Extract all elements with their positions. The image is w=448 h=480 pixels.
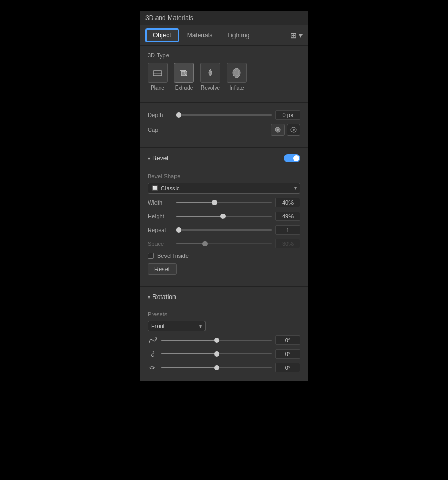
bevel-shape-value: Classic <box>161 185 179 191</box>
height-label: Height <box>148 213 173 219</box>
type-section-label: 3D Type <box>148 52 300 59</box>
bevel-inside-label: Bevel Inside <box>157 253 189 259</box>
svg-point-6 <box>233 68 240 78</box>
repeat-thumb[interactable] <box>176 227 181 233</box>
grid-icon[interactable]: ⊞ <box>290 31 297 40</box>
bevel-inside-row: Bevel Inside <box>148 253 300 259</box>
repeat-slider[interactable] <box>176 226 272 234</box>
tab-icons: ⊞ ▾ <box>290 31 303 40</box>
height-slider[interactable] <box>176 213 272 220</box>
chevron-down-icon[interactable]: ▾ <box>299 31 303 40</box>
tabs: Object Materials Lighting ⊞ ▾ <box>140 25 308 46</box>
repeat-label: Repeat <box>148 227 173 233</box>
rotation-y-thumb[interactable] <box>214 351 219 357</box>
tab-lighting[interactable]: Lighting <box>221 30 256 41</box>
type-inflate[interactable]: Inflate <box>227 63 247 91</box>
rotation-header[interactable]: ▾ Rotation <box>140 290 308 304</box>
depth-thumb[interactable] <box>176 112 181 118</box>
cap-btn-1[interactable] <box>271 124 285 136</box>
rotation-z-row <box>148 363 300 372</box>
svg-point-11 <box>293 129 295 131</box>
space-slider <box>176 240 272 247</box>
bevel-inside-checkbox[interactable] <box>148 253 154 259</box>
rotation-z-track <box>161 367 272 368</box>
rotation-y-slider[interactable] <box>161 350 272 358</box>
bevel-section: ▾ Bevel Bevel Shape 🔲 Classic ▾ Width <box>140 151 308 283</box>
depth-value[interactable] <box>275 110 300 120</box>
presets-row: Front ▾ <box>148 321 300 331</box>
panel: 3D and Materials Object Materials Lighti… <box>140 11 308 381</box>
rotation-y-icon <box>148 350 158 358</box>
bevel-section-label: Bevel <box>152 155 284 162</box>
depth-row: Depth <box>148 110 300 120</box>
depth-slider[interactable] <box>176 111 272 119</box>
type-section: 3D Type Plane <box>140 46 308 99</box>
rotation-chevron: ▾ <box>148 294 150 300</box>
rotation-x-value[interactable] <box>275 335 300 345</box>
bevel-shape-dropdown[interactable]: 🔲 Classic ▾ <box>148 183 300 194</box>
height-fill <box>176 216 223 217</box>
revolve-label: Revolve <box>201 85 220 91</box>
type-revolve[interactable]: Revolve <box>200 63 220 91</box>
rotation-z-thumb[interactable] <box>214 365 219 370</box>
type-extrude[interactable]: Extrude <box>174 63 194 91</box>
height-value[interactable] <box>275 212 300 221</box>
width-thumb[interactable] <box>212 200 217 205</box>
extrude-icon-shape <box>174 63 194 83</box>
rotation-x-slider[interactable] <box>161 337 272 344</box>
bevel-body: Bevel Shape 🔲 Classic ▾ Width <box>140 168 308 283</box>
cap-label: Cap <box>148 127 271 133</box>
width-track <box>176 202 272 203</box>
height-thumb[interactable] <box>220 214 226 219</box>
tab-object[interactable]: Object <box>145 28 179 42</box>
depth-label: Depth <box>148 112 173 118</box>
repeat-value[interactable] <box>275 225 300 235</box>
inflate-icon-shape <box>227 63 247 83</box>
space-track <box>176 243 272 244</box>
plane-icon-shape <box>148 63 168 83</box>
rotation-z-value[interactable] <box>275 363 300 372</box>
width-fill <box>176 202 215 203</box>
presets-dropdown[interactable]: Front ▾ <box>148 321 206 331</box>
bevel-shape-label: Bevel Shape <box>148 173 300 179</box>
type-icons: Plane Extrude <box>148 63 300 91</box>
cap-buttons <box>271 124 300 136</box>
bevel-chevron: ▾ <box>148 156 150 161</box>
cap-btn-2[interactable] <box>287 124 300 136</box>
rotation-z-icon <box>148 364 158 371</box>
space-label: Space <box>148 241 173 247</box>
rotation-z-fill <box>161 367 217 368</box>
rotation-section: ▾ Rotation Presets Front ▾ <box>140 290 308 381</box>
extrude-label: Extrude <box>175 85 193 91</box>
rotation-y-value[interactable] <box>275 349 300 359</box>
rotation-x-fill <box>161 340 217 341</box>
reset-button[interactable]: Reset <box>148 263 177 275</box>
bevel-toggle-knob <box>293 155 299 161</box>
rotation-z-slider[interactable] <box>161 364 272 371</box>
svg-point-9 <box>277 129 279 131</box>
depth-section: Depth Cap <box>140 106 308 144</box>
rotation-y-fill <box>161 353 217 354</box>
rotation-y-row <box>148 349 300 359</box>
rotation-x-track <box>161 340 272 341</box>
width-label: Width <box>148 199 173 206</box>
type-plane[interactable]: Plane <box>148 63 168 91</box>
space-thumb <box>202 241 208 246</box>
rotation-y-track <box>161 353 272 354</box>
bevel-toggle[interactable] <box>284 154 300 162</box>
rotation-section-label: Rotation <box>152 293 300 301</box>
height-row: Height <box>148 212 300 221</box>
bevel-shape-icon: 🔲 <box>151 185 159 191</box>
bevel-header[interactable]: ▾ Bevel <box>140 151 308 166</box>
rotation-x-row <box>148 335 300 345</box>
space-value <box>275 239 300 248</box>
width-value[interactable] <box>275 198 300 207</box>
width-slider[interactable] <box>176 199 272 206</box>
bevel-shape-arrow: ▾ <box>294 185 297 191</box>
space-row: Space <box>148 239 300 248</box>
tab-materials[interactable]: Materials <box>181 30 219 41</box>
plane-label: Plane <box>151 85 164 91</box>
repeat-row: Repeat <box>148 225 300 235</box>
revolve-icon-shape <box>200 63 220 83</box>
rotation-x-thumb[interactable] <box>214 338 219 343</box>
